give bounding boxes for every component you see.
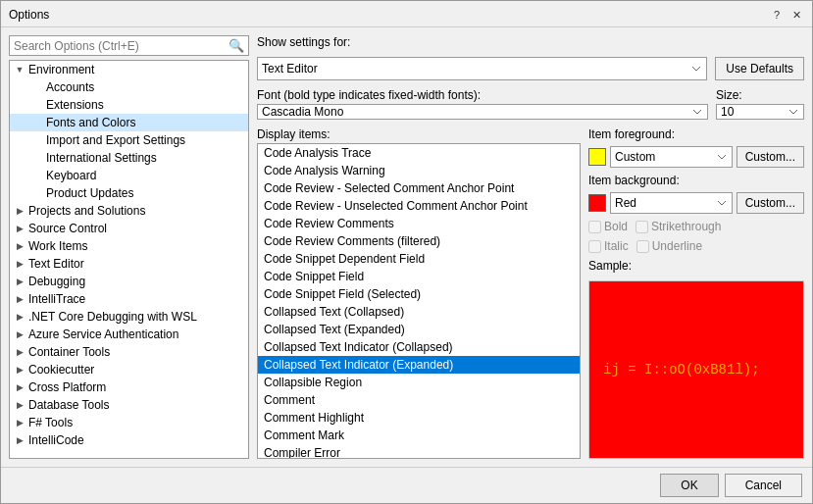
background-swatch [588,194,606,212]
use-defaults-button[interactable]: Use Defaults [715,57,804,80]
tree-item[interactable]: Accounts [10,78,248,96]
display-items-panel: Display items: Code Analysis TraceCode A… [257,127,581,459]
display-list-item[interactable]: Collapsed Text (Expanded) [258,321,580,338]
title-bar-controls: ? ✕ [769,7,804,23]
tree-item[interactable]: ▶.NET Core Debugging with WSL [10,308,248,326]
background-label: Item background: [588,174,804,187]
background-row: Item background: Red Custom... [588,174,804,214]
search-box[interactable]: 🔍 [9,35,249,56]
tree-item-label: Import and Export Settings [46,133,185,147]
display-list-item[interactable]: Code Snippet Field [258,268,580,285]
tree-item[interactable]: ▶Text Editor [10,255,248,273]
tree-item[interactable]: ▶IntelliCode [10,431,248,449]
tree-item-label: F# Tools [28,416,73,429]
display-list-item[interactable]: Collapsed Text Indicator (Expanded) [258,356,580,374]
display-list-item[interactable]: Comment [258,391,580,409]
sample-text: ij = I::oO(0xB81l); [603,362,760,378]
foreground-custom-button[interactable]: Custom... [737,146,804,168]
strikethrough-checkbox[interactable] [635,221,648,233]
display-items-label: Display items: [257,127,581,141]
tree-item-label: Projects and Solutions [28,204,145,218]
tree-item[interactable]: Product Updates [10,184,248,202]
tree-item-label: Azure Service Authentication [28,328,178,341]
search-icon: 🔍 [229,38,244,53]
tree-item[interactable]: Fonts and Colors [10,114,248,131]
display-list-item[interactable]: Code Review Comments [258,215,580,232]
foreground-select-row: Custom Custom... [588,146,804,168]
display-list-item[interactable]: Code Analysis Warning [258,162,580,179]
show-settings-label: Show settings for: [257,35,804,49]
foreground-select[interactable]: Custom [610,146,733,168]
tree-item[interactable]: ▶Database Tools [10,396,248,414]
ok-button[interactable]: OK [660,474,718,497]
tree-item[interactable]: ▶IntelliTrace [10,290,248,308]
tree-item-label: Source Control [28,222,107,235]
tree-arrow: ▶ [14,294,25,304]
search-input[interactable] [14,39,225,53]
display-list-item[interactable]: Comment Highlight [258,409,580,427]
underline-checkbox[interactable] [636,240,649,253]
tree-item[interactable]: ▶Debugging [10,273,248,290]
title-bar: Options ? ✕ [1,1,812,27]
display-list-item[interactable]: Code Review Comments (filtered) [258,232,580,250]
tree-item[interactable]: ▶Cookiecutter [10,361,248,378]
tree-item[interactable]: ▶F# Tools [10,414,248,431]
close-button[interactable]: ✕ [788,7,804,23]
size-label: Size: [716,88,804,102]
background-select-row: Red Custom... [588,192,804,214]
tree-item[interactable]: Import and Export Settings [10,131,248,149]
tree-arrow: ▶ [14,312,25,322]
bold-checkbox-item: Bold [588,220,628,233]
display-list-item[interactable]: Code Review - Unselected Comment Anchor … [258,197,580,215]
background-select[interactable]: Red [610,192,733,214]
display-list-item[interactable]: Comment Mark [258,427,580,444]
display-list-item[interactable]: Code Snippet Dependent Field [258,250,580,268]
tree-panel: ▼EnvironmentAccountsExtensionsFonts and … [9,60,249,459]
tree-item[interactable]: ▼Environment [10,61,248,78]
bold-label: Bold [604,220,628,233]
tree-item-label: Cookiecutter [28,363,94,377]
tree-item[interactable]: International Settings [10,149,248,167]
underline-checkbox-item: Underline [636,239,702,253]
options-dialog: Options ? ✕ 🔍 ▼EnvironmentAccountsExtens… [0,0,813,504]
tree-item[interactable]: Extensions [10,96,248,114]
tree-item-label: Fonts and Colors [46,116,135,129]
tree-arrow: ▶ [14,277,25,286]
tree-item[interactable]: ▶Container Tools [10,343,248,361]
display-list-item[interactable]: Code Analysis Trace [258,144,580,162]
sample-label: Sample: [588,259,804,273]
bold-checkbox[interactable] [588,221,601,233]
display-list-item[interactable]: Collapsible Region [258,374,580,391]
cancel-button[interactable]: Cancel [725,474,802,497]
dialog-body: 🔍 ▼EnvironmentAccountsExtensionsFonts an… [1,27,812,467]
tree-item[interactable]: ▶Azure Service Authentication [10,326,248,343]
background-custom-button[interactable]: Custom... [737,192,804,214]
display-list: Code Analysis TraceCode Analysis Warning… [257,143,581,459]
help-button[interactable]: ? [769,7,785,23]
display-list-item[interactable]: Code Snippet Field (Selected) [258,285,580,303]
tree-item[interactable]: ▶Work Items [10,237,248,255]
tree-item[interactable]: ▶Cross Platform [10,378,248,396]
tree-item-label: Container Tools [28,345,110,359]
tree-item-label: Database Tools [28,398,110,412]
tree-arrow: ▶ [14,259,25,269]
font-select-wrap: Font (bold type indicates fixed-width fo… [257,88,708,120]
font-select[interactable]: Cascadia Mono [257,104,708,120]
size-wrap: Size: 10 [716,88,804,120]
tree-item-label: Keyboard [46,169,96,182]
display-list-item[interactable]: Code Review - Selected Comment Anchor Po… [258,179,580,197]
display-list-item[interactable]: Compiler Error [258,444,580,459]
display-list-item[interactable]: Collapsed Text (Collapsed) [258,303,580,321]
italic-checkbox[interactable] [588,240,601,253]
size-select[interactable]: 10 [716,104,804,120]
font-label: Font (bold type indicates fixed-width fo… [257,88,708,102]
tree-item-label: Accounts [46,80,94,94]
tree-item[interactable]: ▶Projects and Solutions [10,202,248,220]
strikethrough-checkbox-item: Strikethrough [635,220,721,233]
tree-item[interactable]: ▶Source Control [10,220,248,237]
tree-item-label: Product Updates [46,186,133,200]
display-list-item[interactable]: Collapsed Text Indicator (Collapsed) [258,338,580,356]
show-settings-select[interactable]: Text Editor [257,57,707,80]
tree-item[interactable]: Keyboard [10,167,248,184]
right-panel: Show settings for: Text Editor Use Defau… [257,35,804,459]
